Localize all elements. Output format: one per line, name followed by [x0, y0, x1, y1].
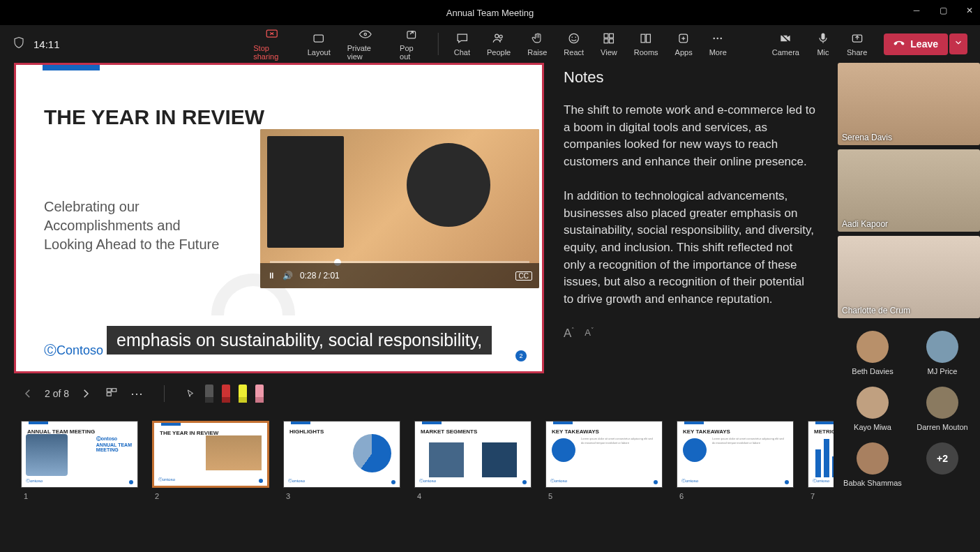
participant-name: Beth Davies: [852, 367, 893, 375]
cursor-tool[interactable]: [186, 389, 197, 403]
slide-thumbnails: ANNUAL TEAM MEETINGⒸontosoⒸontosoANNUAL …: [14, 410, 834, 500]
stop-sharing-button[interactable]: Stop sharing: [245, 27, 299, 61]
thumbnail-slide-1[interactable]: ANNUAL TEAM MEETINGⒸontosoⒸontosoANNUAL …: [21, 421, 138, 488]
participant-tile[interactable]: Charlotte de Crum: [838, 236, 980, 318]
svg-point-4: [495, 34, 499, 38]
next-slide-button[interactable]: [79, 387, 93, 401]
svg-rect-14: [647, 34, 651, 43]
rooms-icon: [639, 31, 653, 45]
window-title: Annual Team Meeting: [446, 8, 534, 18]
participant-avatar[interactable]: Beth Davies: [838, 325, 907, 381]
chat-button[interactable]: Chat: [446, 27, 478, 61]
font-decrease-button[interactable]: A˅: [585, 327, 594, 341]
rooms-button[interactable]: Rooms: [626, 27, 667, 61]
notes-panel: Notes The shift to remote work and e-com…: [564, 63, 829, 373]
camera-off-icon: [778, 31, 792, 45]
people-button[interactable]: People: [478, 27, 519, 61]
play-pause-icon[interactable]: ⏸: [267, 271, 276, 281]
svg-rect-3: [407, 31, 416, 38]
font-increase-button[interactable]: A˄: [564, 327, 575, 341]
leave-options-button[interactable]: [949, 33, 967, 54]
slide-page-badge: 2: [515, 350, 527, 361]
svg-point-6: [569, 33, 578, 43]
meeting-toolbar: 14:11 Stop sharing Layout Private view P…: [0, 25, 980, 63]
participant-name: Darren Mouton: [917, 423, 967, 431]
presenter-toolbar: 2 of 8 ⋯: [14, 373, 834, 410]
thumbnail-number: 5: [545, 492, 663, 500]
thumbnail-number: 1: [21, 492, 138, 500]
slide-embedded-video[interactable]: ⏸ 🔊 0:28 / 2:01 CC: [260, 129, 539, 288]
view-grid-icon: [602, 31, 616, 45]
grid-view-button[interactable]: [105, 386, 118, 401]
layout-icon: [312, 31, 326, 45]
chat-icon: [455, 31, 469, 45]
react-button[interactable]: React: [555, 27, 592, 61]
private-view-button[interactable]: Private view: [339, 27, 391, 61]
prev-slide-button[interactable]: [21, 387, 35, 401]
svg-rect-9: [604, 33, 608, 38]
svg-rect-1: [315, 35, 324, 42]
eye-icon: [358, 27, 372, 41]
svg-point-18: [721, 38, 723, 40]
participant-avatar[interactable]: Kayo Miwa: [838, 381, 907, 437]
svg-rect-10: [610, 33, 614, 38]
svg-point-2: [364, 33, 366, 35]
thumbnail-slide-6[interactable]: KEY TAKEAWAYSⒸontosoLorem ipsum dolor si…: [677, 421, 794, 488]
more-options-button[interactable]: ⋯: [130, 386, 143, 401]
thumbnail-slide-2[interactable]: THE YEAR IN REVIEWⒸontoso: [152, 421, 269, 488]
thumbnail-number: 2: [152, 492, 269, 500]
slide-subtitle: Celebrating our Accomplishments and Look…: [16, 129, 225, 254]
thumbnail-slide-3[interactable]: HIGHLIGHTSⒸontoso: [283, 421, 400, 488]
participants-overflow-button[interactable]: +2: [907, 437, 977, 493]
participant-tile[interactable]: Aadi Kapoor: [838, 149, 980, 232]
svg-rect-11: [604, 39, 608, 43]
notes-body: The shift to remote work and e-commerce …: [564, 102, 816, 308]
thumbnail-slide-7[interactable]: METRICSⒸontoso: [808, 421, 834, 488]
volume-icon[interactable]: 🔊: [282, 271, 293, 281]
leave-button[interactable]: Leave: [884, 33, 948, 55]
participants-panel: Serena DavisAadi KapoorCharlotte de Crum…: [834, 63, 980, 552]
apps-button[interactable]: Apps: [667, 27, 701, 61]
pen-red[interactable]: [222, 385, 230, 403]
svg-point-8: [575, 37, 576, 38]
participant-avatar[interactable]: Darren Mouton: [907, 381, 977, 437]
raise-hand-icon: [530, 31, 544, 45]
presented-slide: THE YEAR IN REVIEW Celebrating our Accom…: [14, 63, 544, 373]
raise-button[interactable]: Raise: [519, 27, 555, 61]
highlighter-yellow[interactable]: [239, 385, 247, 403]
shield-icon: [13, 36, 25, 52]
stop-sharing-icon: [265, 27, 279, 41]
phone-icon: [894, 38, 905, 51]
camera-button[interactable]: Camera: [764, 27, 808, 61]
participant-avatar[interactable]: MJ Price: [907, 325, 977, 381]
participant-name: Charlotte de Crum: [842, 306, 910, 315]
minimize-button[interactable]: ─: [912, 6, 921, 15]
mic-button[interactable]: Mic: [808, 27, 838, 61]
participant-name: Babak Shammas: [843, 479, 902, 487]
eraser-tool[interactable]: [255, 385, 264, 403]
svg-point-17: [717, 38, 719, 40]
thumbnail-slide-4[interactable]: MARKET SEGMENTSⒸontoso: [414, 421, 532, 488]
thumbnail-slide-5[interactable]: KEY TAKEAWAYSⒸontosoLorem ipsum dolor si…: [545, 421, 663, 488]
chevron-down-icon: [953, 38, 963, 47]
more-icon: [711, 31, 725, 45]
participant-name: Serena Davis: [842, 133, 892, 142]
more-button[interactable]: More: [701, 27, 735, 61]
apps-icon: [677, 31, 691, 45]
svg-rect-22: [112, 389, 116, 392]
pop-out-button[interactable]: Pop out: [391, 27, 431, 61]
maximize-button[interactable]: ▢: [938, 6, 948, 15]
cc-button[interactable]: CC: [515, 271, 532, 281]
participant-name: Kayo Miwa: [854, 423, 891, 431]
participant-avatar[interactable]: Babak Shammas: [838, 437, 907, 493]
contoso-logo: ⒸContoso: [44, 342, 103, 359]
close-button[interactable]: ✕: [965, 6, 974, 15]
participant-name: Aadi Kapoor: [842, 219, 888, 229]
layout-button[interactable]: Layout: [299, 27, 339, 61]
pen-black[interactable]: [205, 385, 213, 403]
notes-heading: Notes: [564, 68, 816, 87]
pop-out-icon: [404, 27, 418, 41]
view-button[interactable]: View: [592, 27, 626, 61]
share-button[interactable]: Share: [838, 27, 875, 61]
participant-tile[interactable]: Serena Davis: [838, 63, 980, 145]
